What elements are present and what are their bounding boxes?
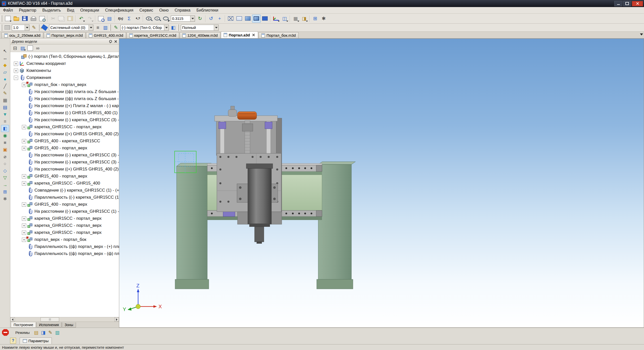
tree-horizontal-scrollbar[interactable] — [10, 317, 119, 322]
stepper-motor[interactable] — [228, 110, 237, 116]
specification-button[interactable]: ▤ — [105, 15, 114, 23]
left-column[interactable] — [175, 163, 211, 289]
sidebar-axis-icon[interactable]: ◆ — [1, 62, 9, 69]
tree-item[interactable]: +каретка_GHR15CC - портал_верх — [10, 215, 119, 222]
sidebar-sheet-icon[interactable]: ▤ — [1, 104, 9, 111]
toolbar-grip[interactable] — [38, 24, 39, 31]
maximize-button[interactable] — [623, 1, 631, 6]
menu-item-Вид[interactable]: Вид — [64, 8, 77, 13]
expand-icon[interactable]: + — [22, 174, 26, 179]
mode-sheet-button[interactable]: ▤ — [33, 329, 40, 335]
tree-item[interactable]: −Сопряжения — [10, 74, 119, 81]
tree-item[interactable]: +портал_бок - портал_верх — [10, 81, 119, 88]
tree-item[interactable]: Параллельность ((-) каретка_GHR15CC (1) … — [10, 194, 119, 201]
layer-color-button[interactable] — [41, 24, 48, 31]
sidebar-library-icon[interactable]: ▣ — [1, 146, 9, 153]
tree-tab-3[interactable]: Зоны — [62, 322, 76, 328]
macro-panel-button[interactable]: ⊞ — [311, 15, 319, 23]
right-column[interactable] — [317, 162, 355, 289]
tree-item[interactable]: +GHR15_400 - каретка_GHR15CC — [10, 138, 119, 145]
scroll-left-icon[interactable] — [10, 317, 15, 322]
shaded-edges-display-button[interactable] — [252, 15, 261, 23]
menu-item-Окно[interactable]: Окно — [156, 8, 172, 13]
spindle[interactable] — [246, 164, 273, 244]
tree-composition-button[interactable]: ▤ — [19, 45, 26, 52]
undo-button[interactable]: ↶ — [77, 15, 86, 23]
equation-button[interactable]: Σ — [125, 15, 133, 23]
close-tab-icon[interactable] — [252, 33, 255, 37]
sidebar-diameter-icon[interactable]: ⌀ — [1, 153, 9, 160]
tree-item[interactable]: На расстоянии ((+) Плита Z малая - (-) к… — [10, 102, 119, 109]
menu-item-Редактор[interactable]: Редактор — [16, 8, 39, 13]
doc-tab[interactable]: Портал_бок.m3d — [259, 32, 298, 38]
open-button[interactable] — [12, 15, 21, 23]
tree-item[interactable]: На расстоянии ((+) GHR15 GHR15_400 (2) -… — [10, 130, 119, 138]
orientation-button[interactable] — [272, 15, 280, 23]
expand-icon[interactable]: + — [22, 238, 26, 242]
sidebar-assembly-icon[interactable]: ◧ — [1, 125, 9, 132]
tree-item[interactable]: Параллельность ((ф) портал_верх - (ф) пл… — [10, 250, 119, 257]
scrollbar-thumb[interactable] — [41, 317, 59, 322]
toolbar-grip[interactable] — [1, 15, 2, 22]
sidebar-filter-icon[interactable]: ▼ — [1, 111, 9, 118]
copy-button[interactable] — [57, 15, 66, 23]
sidebar-mate-icon[interactable]: ◉ — [1, 132, 9, 139]
layer-combo[interactable]: Системный слой (0) — [49, 25, 93, 31]
expand-icon[interactable]: + — [22, 224, 26, 228]
doc-tab[interactable]: Портал_верх.m3d — [44, 32, 86, 38]
expand-icon[interactable]: + — [22, 83, 26, 87]
tree-item[interactable]: На расстоянии ((-) GHR15 GHR15_400 (1) -… — [10, 109, 119, 116]
stop-button[interactable] — [2, 329, 9, 336]
menu-item-Справка[interactable]: Справка — [172, 8, 193, 13]
sidebar-settings-icon[interactable]: ✱ — [1, 195, 9, 202]
quick-planes-button[interactable]: ◫ — [280, 15, 289, 23]
sidebar-array-icon[interactable]: ▦ — [1, 97, 9, 104]
sidebar-grid-icon[interactable]: ⊞ — [1, 188, 9, 195]
tree-item[interactable]: +каретка_GHR15CC - портал_верх — [10, 123, 119, 130]
tree-tab-2[interactable]: Исполнения — [36, 322, 62, 328]
close-panel-icon[interactable] — [114, 40, 117, 43]
zoom-area-button[interactable] — [162, 15, 170, 23]
section-display-button[interactable]: ◨ — [300, 15, 308, 23]
expand-icon[interactable]: + — [22, 202, 26, 207]
cut-button[interactable]: ✂ — [49, 15, 57, 23]
menu-item-Сервис[interactable]: Сервис — [136, 8, 156, 13]
tree-item[interactable]: На расстоянии ((ф) плита ось Z большая -… — [10, 88, 119, 95]
expand-icon[interactable]: + — [22, 139, 26, 143]
sidebar-check-icon[interactable]: ▽ — [1, 174, 9, 181]
tree-item[interactable]: +GHR15_400 - портал_верх — [10, 145, 119, 152]
tree-item[interactable]: (-) портал (Тел-0, Сборочных единиц-1, Д… — [10, 53, 119, 60]
sidebar-select-icon[interactable]: ↖ — [1, 48, 9, 55]
carriage-top-right[interactable] — [265, 122, 272, 129]
close-button[interactable] — [632, 1, 643, 6]
tab-list-dropdown-icon[interactable] — [640, 33, 643, 35]
tree-item[interactable]: На расстоянии ((-) каретка_GHR15CC (3) -… — [10, 152, 119, 159]
chevron-down-icon[interactable] — [25, 25, 29, 30]
scroll-right-icon[interactable] — [114, 317, 119, 322]
3d-model[interactable]: Z X Y — [119, 39, 644, 328]
tree-relations-button[interactable]: ∞ — [34, 45, 42, 52]
toolbar-grip[interactable] — [1, 24, 2, 31]
toolbar-grip[interactable] — [110, 24, 111, 31]
hide-objects-button[interactable]: ▦ — [291, 15, 300, 23]
chevron-down-icon[interactable] — [89, 25, 93, 30]
mode-window-button[interactable]: ◨ — [40, 329, 47, 335]
chevron-down-icon[interactable] — [164, 25, 169, 30]
tree-item[interactable]: +каретка_GHR15CC - портал_верх — [10, 229, 119, 236]
snap-toggle-button[interactable]: ✎ — [30, 24, 38, 31]
refresh-view-button[interactable]: ↻ — [196, 15, 204, 23]
tree-item[interactable]: На расстоянии ((ф) плита ось Z большая -… — [10, 95, 119, 102]
hidden-lines-display-button[interactable] — [235, 15, 244, 23]
new-document-button[interactable] — [4, 15, 12, 23]
tree-item[interactable]: +каретка_GHR15CC - GHR15_400 — [10, 180, 119, 187]
variables-button[interactable]: f(x) — [116, 15, 125, 23]
minimize-button[interactable] — [614, 1, 622, 6]
zoom-out-button[interactable] — [153, 15, 162, 23]
doc-tab[interactable]: 1204_400мм.m3d — [180, 32, 221, 38]
sidebar-sphere-icon[interactable]: ● — [1, 76, 9, 83]
component-combo[interactable]: (-) портал (Тел-0, Сбор — [120, 25, 169, 31]
display-detail-combo[interactable]: Полный — [181, 25, 219, 31]
carriage-top-left[interactable] — [219, 122, 226, 129]
open-related-document-button[interactable] — [97, 15, 105, 23]
expand-icon[interactable]: + — [22, 216, 26, 221]
